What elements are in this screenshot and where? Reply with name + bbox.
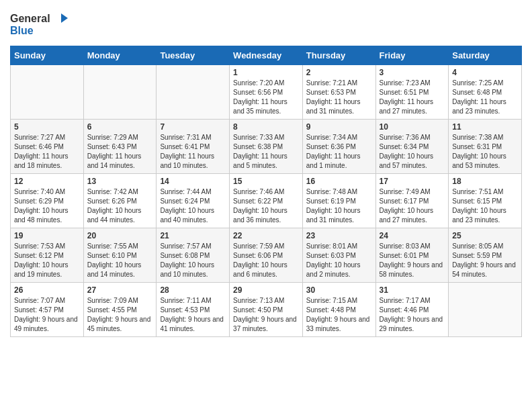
day-info: Sunrise: 7:55 AM Sunset: 6:10 PM Dayligh…: [87, 242, 153, 279]
day-cell: 21Sunrise: 7:57 AM Sunset: 6:08 PM Dayli…: [157, 228, 230, 283]
day-info: Sunrise: 7:53 AM Sunset: 6:12 PM Dayligh…: [14, 242, 80, 279]
day-info: Sunrise: 7:44 AM Sunset: 6:24 PM Dayligh…: [160, 187, 226, 225]
day-info: Sunrise: 7:36 AM Sunset: 6:34 PM Dayligh…: [380, 133, 445, 171]
day-cell: 6Sunrise: 7:29 AM Sunset: 6:43 PM Daylig…: [83, 120, 157, 174]
day-number: 4: [452, 68, 518, 77]
logo-svg: General Blue: [10, 10, 71, 40]
day-cell: 29Sunrise: 7:13 AM Sunset: 4:50 PM Dayli…: [230, 283, 303, 337]
day-info: Sunrise: 8:01 AM Sunset: 6:03 PM Dayligh…: [306, 242, 372, 279]
day-info: Sunrise: 7:23 AM Sunset: 6:51 PM Dayligh…: [380, 79, 445, 116]
day-info: Sunrise: 7:29 AM Sunset: 6:43 PM Dayligh…: [87, 133, 153, 171]
day-cell: 20Sunrise: 7:55 AM Sunset: 6:10 PM Dayli…: [83, 228, 157, 283]
day-number: 13: [87, 177, 153, 186]
day-header-tuesday: Tuesday: [157, 46, 230, 65]
day-cell: 31Sunrise: 7:17 AM Sunset: 4:46 PM Dayli…: [375, 283, 449, 337]
week-row-2: 5Sunrise: 7:27 AM Sunset: 6:46 PM Daylig…: [11, 120, 522, 174]
day-info: Sunrise: 8:05 AM Sunset: 5:59 PM Dayligh…: [452, 242, 518, 279]
day-cell: 22Sunrise: 7:59 AM Sunset: 6:06 PM Dayli…: [230, 228, 303, 283]
day-cell: 5Sunrise: 7:27 AM Sunset: 6:46 PM Daylig…: [11, 120, 84, 174]
day-cell: 12Sunrise: 7:40 AM Sunset: 6:29 PM Dayli…: [11, 174, 84, 228]
calendar-table: SundayMondayTuesdayWednesdayThursdayFrid…: [10, 46, 522, 337]
day-header-wednesday: Wednesday: [230, 46, 303, 65]
day-info: Sunrise: 7:38 AM Sunset: 6:31 PM Dayligh…: [452, 133, 518, 171]
day-number: 27: [87, 285, 153, 295]
day-number: 5: [14, 122, 80, 132]
day-info: Sunrise: 7:48 AM Sunset: 6:19 PM Dayligh…: [306, 187, 372, 225]
day-cell: 1Sunrise: 7:20 AM Sunset: 6:56 PM Daylig…: [230, 65, 303, 120]
day-number: 9: [306, 122, 372, 132]
svg-text:Blue: Blue: [10, 25, 34, 36]
day-info: Sunrise: 7:20 AM Sunset: 6:56 PM Dayligh…: [233, 79, 299, 116]
day-info: Sunrise: 7:07 AM Sunset: 4:57 PM Dayligh…: [14, 296, 80, 334]
day-number: 15: [233, 177, 299, 186]
day-cell: 16Sunrise: 7:48 AM Sunset: 6:19 PM Dayli…: [302, 174, 375, 228]
day-cell: 9Sunrise: 7:34 AM Sunset: 6:36 PM Daylig…: [302, 120, 375, 174]
day-number: 28: [160, 285, 226, 295]
day-number: 16: [306, 177, 372, 186]
day-cell: [83, 65, 157, 120]
day-info: Sunrise: 7:59 AM Sunset: 6:06 PM Dayligh…: [233, 242, 299, 279]
day-number: 6: [87, 122, 153, 132]
day-cell: 7Sunrise: 7:31 AM Sunset: 6:41 PM Daylig…: [157, 120, 230, 174]
day-cell: 11Sunrise: 7:38 AM Sunset: 6:31 PM Dayli…: [449, 120, 522, 174]
day-info: Sunrise: 7:09 AM Sunset: 4:55 PM Dayligh…: [87, 296, 153, 334]
svg-marker-2: [61, 13, 68, 23]
day-cell: 25Sunrise: 8:05 AM Sunset: 5:59 PM Dayli…: [449, 228, 522, 283]
week-row-5: 26Sunrise: 7:07 AM Sunset: 4:57 PM Dayli…: [11, 283, 522, 337]
day-number: 7: [160, 122, 226, 132]
day-number: 23: [306, 231, 372, 240]
day-number: 31: [380, 285, 445, 295]
day-info: Sunrise: 7:34 AM Sunset: 6:36 PM Dayligh…: [306, 133, 372, 171]
day-cell: 17Sunrise: 7:49 AM Sunset: 6:17 PM Dayli…: [375, 174, 449, 228]
day-number: 21: [160, 231, 226, 240]
day-cell: 14Sunrise: 7:44 AM Sunset: 6:24 PM Dayli…: [157, 174, 230, 228]
day-number: 30: [306, 285, 372, 295]
day-number: 22: [233, 231, 299, 240]
day-cell: 8Sunrise: 7:33 AM Sunset: 6:38 PM Daylig…: [230, 120, 303, 174]
day-info: Sunrise: 7:49 AM Sunset: 6:17 PM Dayligh…: [380, 187, 445, 225]
day-cell: 18Sunrise: 7:51 AM Sunset: 6:15 PM Dayli…: [449, 174, 522, 228]
day-number: 11: [452, 122, 518, 132]
day-header-monday: Monday: [83, 46, 157, 65]
week-row-4: 19Sunrise: 7:53 AM Sunset: 6:12 PM Dayli…: [11, 228, 522, 283]
header-row: SundayMondayTuesdayWednesdayThursdayFrid…: [11, 46, 522, 65]
day-cell: 15Sunrise: 7:46 AM Sunset: 6:22 PM Dayli…: [230, 174, 303, 228]
day-cell: 19Sunrise: 7:53 AM Sunset: 6:12 PM Dayli…: [11, 228, 84, 283]
day-header-saturday: Saturday: [449, 46, 522, 65]
week-row-1: 1Sunrise: 7:20 AM Sunset: 6:56 PM Daylig…: [11, 65, 522, 120]
day-info: Sunrise: 7:21 AM Sunset: 6:53 PM Dayligh…: [306, 79, 372, 116]
day-number: 12: [14, 177, 80, 186]
day-info: Sunrise: 7:11 AM Sunset: 4:53 PM Dayligh…: [160, 296, 226, 334]
day-info: Sunrise: 7:27 AM Sunset: 6:46 PM Dayligh…: [14, 133, 80, 171]
day-cell: 3Sunrise: 7:23 AM Sunset: 6:51 PM Daylig…: [375, 65, 449, 120]
day-header-friday: Friday: [375, 46, 449, 65]
day-cell: 30Sunrise: 7:15 AM Sunset: 4:48 PM Dayli…: [302, 283, 375, 337]
day-cell: 10Sunrise: 7:36 AM Sunset: 6:34 PM Dayli…: [375, 120, 449, 174]
svg-text:General: General: [10, 13, 50, 24]
page: General Blue SundayMondayTuesdayWednesda…: [0, 0, 532, 411]
day-number: 20: [87, 231, 153, 240]
day-number: 1: [233, 68, 299, 77]
day-cell: 13Sunrise: 7:42 AM Sunset: 6:26 PM Dayli…: [83, 174, 157, 228]
day-number: 3: [380, 68, 445, 77]
logo: General Blue: [10, 10, 71, 40]
header: General Blue: [10, 7, 522, 40]
day-cell: 2Sunrise: 7:21 AM Sunset: 6:53 PM Daylig…: [302, 65, 375, 120]
day-number: 17: [380, 177, 445, 186]
day-info: Sunrise: 7:57 AM Sunset: 6:08 PM Dayligh…: [160, 242, 226, 279]
day-info: Sunrise: 7:46 AM Sunset: 6:22 PM Dayligh…: [233, 187, 299, 225]
day-cell: 28Sunrise: 7:11 AM Sunset: 4:53 PM Dayli…: [157, 283, 230, 337]
week-row-3: 12Sunrise: 7:40 AM Sunset: 6:29 PM Dayli…: [11, 174, 522, 228]
day-cell: [11, 65, 84, 120]
day-cell: 24Sunrise: 8:03 AM Sunset: 6:01 PM Dayli…: [375, 228, 449, 283]
day-info: Sunrise: 7:40 AM Sunset: 6:29 PM Dayligh…: [14, 187, 80, 225]
day-cell: 23Sunrise: 8:01 AM Sunset: 6:03 PM Dayli…: [302, 228, 375, 283]
day-number: 2: [306, 68, 372, 77]
day-number: 10: [380, 122, 445, 132]
day-number: 24: [380, 231, 445, 240]
day-header-thursday: Thursday: [302, 46, 375, 65]
day-info: Sunrise: 7:33 AM Sunset: 6:38 PM Dayligh…: [233, 133, 299, 171]
day-number: 26: [14, 285, 80, 295]
day-info: Sunrise: 7:42 AM Sunset: 6:26 PM Dayligh…: [87, 187, 153, 225]
day-cell: 4Sunrise: 7:25 AM Sunset: 6:48 PM Daylig…: [449, 65, 522, 120]
